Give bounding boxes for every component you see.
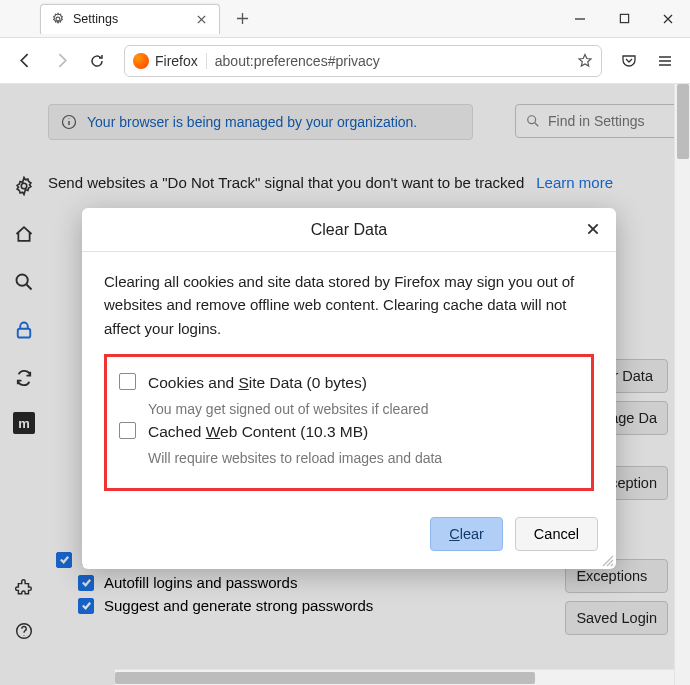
new-tab-button[interactable]: [228, 5, 256, 33]
checkbox-unchecked[interactable]: [119, 373, 136, 390]
vertical-scrollbar[interactable]: [674, 84, 690, 685]
svg-rect-2: [18, 329, 31, 338]
tab-title: Settings: [73, 12, 185, 26]
checkbox-checked-icon: [78, 575, 94, 591]
forward-button[interactable]: [46, 46, 76, 76]
svg-point-1: [17, 275, 28, 286]
cookies-option-desc: You may get signed out of websites if cl…: [148, 399, 579, 421]
search-placeholder: Find in Settings: [548, 113, 645, 129]
policy-banner-text[interactable]: Your browser is being managed by your or…: [87, 114, 417, 130]
dialog-close-button[interactable]: [582, 218, 604, 240]
sidebar-item-privacy[interactable]: [10, 316, 38, 344]
settings-search-input[interactable]: Find in Settings: [515, 104, 690, 138]
checkbox-unchecked[interactable]: [119, 422, 136, 439]
learn-more-link[interactable]: Learn more: [536, 174, 613, 191]
suggest-passwords-label: Suggest and generate strong passwords: [104, 597, 373, 614]
cached-option-desc: Will require websites to reload images a…: [148, 448, 579, 470]
sidebar-item-search[interactable]: [10, 268, 38, 296]
dialog-footer: Clear Cancel: [82, 511, 616, 569]
minimize-button[interactable]: [558, 0, 602, 38]
cached-content-option[interactable]: Cached Web Content (10.3 MB): [119, 420, 579, 444]
app-menu-button[interactable]: [650, 46, 680, 76]
scrollbar-thumb[interactable]: [677, 84, 689, 159]
scrollbar-thumb[interactable]: [115, 672, 535, 684]
svg-point-5: [528, 116, 536, 124]
cached-option-label: Cached Web Content (10.3 MB): [148, 420, 368, 444]
sidebar-item-support[interactable]: [10, 617, 38, 645]
sidebar-item-general[interactable]: [10, 172, 38, 200]
cookies-site-data-option[interactable]: Cookies and Site Data (0 bytes): [119, 371, 579, 395]
sidebar-item-extensions[interactable]: [10, 573, 38, 601]
autofill-logins-checkbox[interactable]: Autofill logins and passwords: [48, 571, 674, 594]
pocket-button[interactable]: [614, 46, 644, 76]
resize-grip-icon[interactable]: [600, 553, 614, 567]
window-controls: [558, 0, 690, 38]
checkbox-checked-icon: [56, 552, 72, 568]
identity-box[interactable]: Firefox: [133, 53, 207, 69]
cookies-option-label: Cookies and Site Data (0 bytes): [148, 371, 367, 395]
maximize-button[interactable]: [602, 0, 646, 38]
clear-data-dialog: Clear Data Clearing all cookies and site…: [82, 208, 616, 569]
horizontal-scrollbar[interactable]: [115, 669, 674, 685]
dialog-title: Clear Data: [311, 221, 387, 239]
search-icon: [526, 114, 540, 128]
url-text: about:preferences#privacy: [215, 53, 569, 69]
cancel-button[interactable]: Cancel: [515, 517, 598, 551]
back-button[interactable]: [10, 46, 40, 76]
product-label: Firefox: [155, 53, 198, 69]
sidebar-item-home[interactable]: [10, 220, 38, 248]
bookmark-star-icon[interactable]: [577, 53, 593, 69]
checkbox-checked-icon: [78, 598, 94, 614]
dialog-body: Clearing all cookies and site data store…: [82, 252, 616, 511]
dialog-description: Clearing all cookies and site data store…: [104, 270, 594, 340]
clear-button[interactable]: Clear: [430, 517, 503, 551]
dialog-header: Clear Data: [82, 208, 616, 252]
navigation-toolbar: Firefox about:preferences#privacy: [0, 38, 690, 84]
category-sidebar: m: [0, 84, 48, 685]
gear-icon: [51, 12, 65, 26]
firefox-logo-icon: [133, 53, 149, 69]
suggest-passwords-checkbox[interactable]: Suggest and generate strong passwords: [48, 594, 674, 617]
tab-close-button[interactable]: [193, 11, 209, 27]
reload-button[interactable]: [82, 46, 112, 76]
url-bar[interactable]: Firefox about:preferences#privacy: [124, 45, 602, 77]
info-icon: [61, 114, 77, 130]
svg-rect-0: [620, 14, 628, 22]
sidebar-item-sync[interactable]: [10, 364, 38, 392]
options-highlighted-box: Cookies and Site Data (0 bytes) You may …: [104, 354, 594, 491]
do-not-track-label: Send websites a "Do Not Track" signal th…: [48, 174, 524, 191]
sidebar-item-more-mozilla[interactable]: m: [13, 412, 35, 434]
policy-banner: Your browser is being managed by your or…: [48, 104, 473, 140]
browser-tab[interactable]: Settings: [40, 4, 220, 34]
autofill-logins-label: Autofill logins and passwords: [104, 574, 297, 591]
window-titlebar: Settings: [0, 0, 690, 38]
window-close-button[interactable]: [646, 0, 690, 38]
